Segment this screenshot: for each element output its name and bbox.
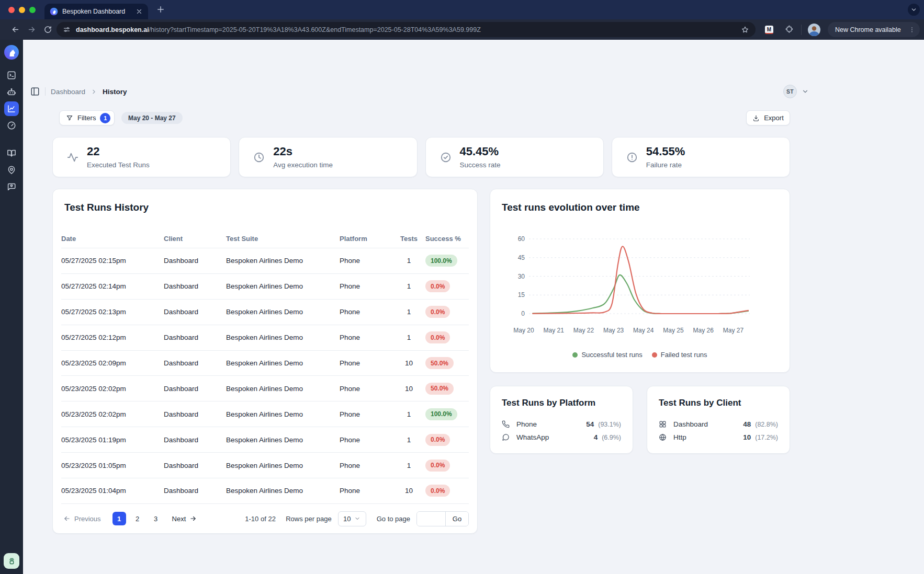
maximize-window-button[interactable] [29,7,36,13]
goto-page-input[interactable] [417,512,445,526]
cell-test-suite: Bespoken Airlines Demo [226,282,340,290]
date-range-pill[interactable]: May 20 - May 27 [121,112,183,124]
table-row[interactable]: 05/23/2025 02:02pmDashboardBespoken Airl… [61,376,469,401]
sidebar-item-locations[interactable] [4,163,19,177]
chrome-update-pill[interactable]: New Chrome available [828,22,920,37]
success-badge: 0.0% [425,434,450,446]
previous-page-button[interactable]: Previous [63,515,101,523]
minimize-window-button[interactable] [19,7,25,13]
cell-tests: 10 [392,385,425,393]
table-row[interactable]: 05/23/2025 01:05pmDashboardBespoken Airl… [61,453,469,478]
app-window: Dashboard History ST Filters 1 May 20 - … [0,40,924,574]
svg-text:30: 30 [518,273,525,280]
line-chart: 015304560May 20May 21May 22May 23May 24M… [503,233,775,342]
cell-platform: Phone [340,308,392,316]
cell-platform: Phone [340,410,392,418]
cell-success: 0.0% [425,280,470,292]
cell-tests: 1 [392,257,425,265]
profile-photo-icon [808,24,820,36]
filters-button[interactable]: Filters 1 [59,110,115,125]
svg-text:May 23: May 23 [603,327,624,334]
browser-menu-icon[interactable] [908,26,916,33]
cell-test-suite: Bespoken Airlines Demo [226,385,340,393]
table-footer: Previous 123 Next 1-10 of 22 Rows per pa… [61,509,469,528]
tab-search-button[interactable] [908,4,920,16]
bookmark-star-icon[interactable] [741,26,749,34]
product-updates-widget[interactable] [4,553,19,569]
address-bar[interactable]: dashboard.bespoken.ai/history?startTimes… [57,22,756,37]
legend-item: Failed test runs [652,351,707,359]
rows-per-page-label: Rows per page [286,515,331,523]
reload-button[interactable] [43,25,52,34]
chrome-profile-avatar[interactable] [808,24,820,36]
back-button[interactable] [11,25,20,34]
rows-per-page-select[interactable]: 10 [338,511,366,526]
column-header: Tests [392,235,425,243]
cell-client: Dashboard [164,487,226,495]
table-row[interactable]: 05/27/2025 02:13pmDashboardBespoken Airl… [61,300,469,325]
next-page-button[interactable]: Next [172,515,197,523]
window-controls[interactable] [8,7,36,13]
sidebar-item-test-scripts[interactable] [4,68,19,83]
cell-tests: 1 [392,308,425,316]
cell-success: 100.0% [425,255,470,267]
user-menu-chevron-icon[interactable] [802,88,809,95]
cell-tests: 10 [392,359,425,367]
breakdown-percent: (82.8%) [755,421,778,428]
table-row[interactable]: 05/27/2025 02:12pmDashboardBespoken Airl… [61,325,469,351]
bespoken-favicon-icon [50,7,58,16]
success-badge: 0.0% [425,460,450,472]
table-row[interactable]: 05/23/2025 01:19pmDashboardBespoken Airl… [61,427,469,453]
breakdown-label: Http [673,433,686,441]
table-row[interactable]: 05/23/2025 02:02pmDashboardBespoken Airl… [61,401,469,427]
export-label: Export [764,114,784,122]
sidebar-item-docs[interactable] [4,146,19,160]
breakdown-value: 10 [743,433,751,441]
bespoken-logo[interactable] [4,45,19,60]
table-row[interactable]: 05/23/2025 02:09pmDashboardBespoken Airl… [61,351,469,376]
site-settings-icon[interactable] [63,26,71,33]
stat-value: 22s [273,145,333,158]
breakdown-row: Dashboard48(82.8%) [647,418,790,431]
stats-row: 22Executed Test Runs22sAvg execution tim… [52,137,790,177]
sidebar-item-virtual-assistant[interactable] [4,85,19,99]
table-row[interactable]: 05/27/2025 02:15pmDashboardBespoken Airl… [61,248,469,274]
new-tab-button[interactable] [156,5,165,14]
page-button-2[interactable]: 2 [131,512,144,525]
sidebar-toggle-icon[interactable] [30,87,40,96]
browser-tab[interactable]: Bespoken Dashboard [44,4,148,19]
cell-platform: Phone [340,334,392,341]
cell-platform: Phone [340,385,392,393]
layout-grid-icon [659,420,667,428]
close-tab-icon[interactable] [136,8,143,15]
table-row[interactable]: 05/27/2025 02:14pmDashboardBespoken Airl… [61,274,469,300]
cell-client: Dashboard [164,410,226,418]
cell-platform: Phone [340,257,392,265]
cell-tests: 1 [392,282,425,290]
extension-m-icon[interactable]: M [765,26,773,34]
close-window-button[interactable] [8,7,15,13]
go-button[interactable]: Go [445,512,468,526]
extensions-puzzle-icon[interactable] [785,25,794,34]
cell-test-suite: Bespoken Airlines Demo [226,308,340,316]
svg-text:May 24: May 24 [633,327,654,334]
sidebar-item-feedback[interactable] [4,179,19,194]
svg-text:45: 45 [518,254,525,261]
export-button[interactable]: Export [746,110,790,125]
sidebar-item-monitoring[interactable] [4,118,19,133]
svg-text:May 21: May 21 [544,327,565,334]
sidebar-nav [4,68,19,196]
cell-tests: 1 [392,410,425,418]
cell-tests: 1 [392,436,425,444]
stat-label: Executed Test Runs [87,161,150,169]
page-button-1[interactable]: 1 [112,512,126,525]
table-row[interactable]: 05/23/2025 01:04pmDashboardBespoken Airl… [61,478,469,504]
success-badge: 100.0% [425,408,457,420]
page-button-3[interactable]: 3 [149,512,163,525]
breakdown-row: WhatsApp4(6.9%) [490,431,633,444]
sidebar-item-history[interactable] [4,101,19,116]
forward-button[interactable] [27,25,36,34]
legend-dot-icon [572,352,578,358]
breadcrumb-dashboard[interactable]: Dashboard [51,88,85,96]
user-avatar[interactable]: ST [783,85,797,98]
